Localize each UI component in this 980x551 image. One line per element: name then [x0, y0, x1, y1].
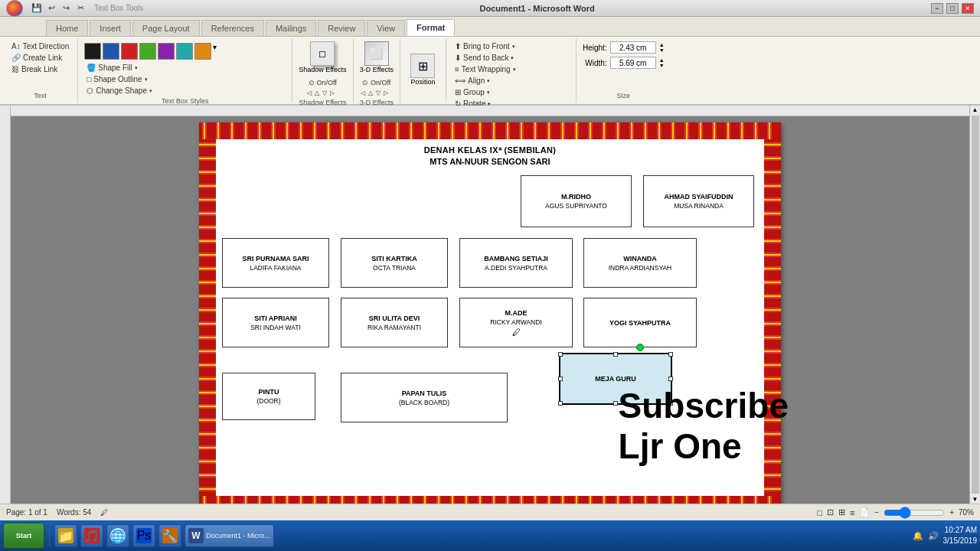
create-link-button[interactable]: 🔗 Create Link — [9, 53, 64, 63]
taskbar-chrome-button[interactable]: 🌐 — [106, 524, 129, 547]
tab-mailings[interactable]: Mailings — [266, 20, 316, 36]
view-outline-icon[interactable]: ≡ — [850, 508, 854, 517]
tab-review[interactable]: Review — [318, 20, 365, 36]
taskbar-tool-button[interactable]: 🔧 — [158, 524, 181, 547]
height-up-button[interactable]: ▲ — [659, 42, 665, 47]
desk-sri[interactable]: SRI PURNAMA SARI LADIFA FAKIANA — [222, 238, 329, 288]
handle-ml[interactable] — [558, 377, 563, 381]
handle-bc[interactable] — [613, 401, 618, 406]
zoom-out-button[interactable]: − — [874, 508, 879, 517]
handle-mr[interactable] — [668, 377, 673, 381]
desk-mridho[interactable]: M.RIDHO AGUS SUPRIYANTO — [521, 175, 632, 227]
shadow-left-button[interactable]: ◁ — [306, 89, 312, 97]
desk-winanda[interactable]: WINANDA INDRA ARDIANSYAH — [583, 238, 697, 288]
save-icon[interactable]: 💾 — [31, 2, 43, 15]
tab-references[interactable]: References — [201, 20, 264, 36]
text-wrapping-button[interactable]: ≡ Text Wrapping ▾ — [452, 64, 518, 74]
tab-page-layout[interactable]: Page Layout — [132, 20, 200, 36]
desk-pintu[interactable]: PINTU (DOOR) — [222, 373, 315, 420]
handle-br[interactable] — [668, 401, 673, 406]
taskbar-speaker-icon[interactable]: 🔊 — [928, 531, 939, 541]
taskbar-media-button[interactable]: 🎵 — [80, 524, 103, 547]
handle-tl[interactable] — [558, 352, 563, 357]
group-arrow[interactable]: ▾ — [487, 90, 490, 96]
handle-tr[interactable] — [668, 352, 673, 357]
shape-fill-dropdown-arrow[interactable]: ▾ — [135, 65, 138, 71]
color-teal-swatch[interactable] — [176, 43, 193, 60]
color-black-swatch[interactable] — [84, 43, 101, 60]
view-web-icon[interactable]: ⊞ — [838, 507, 845, 517]
desk-made[interactable]: M.ADE RICKY ARWANDI 🖊 — [459, 298, 573, 347]
color-green-swatch[interactable] — [139, 43, 156, 60]
desk-meja-guru[interactable]: MEJA GURU — [559, 353, 672, 405]
handle-bl[interactable] — [558, 401, 563, 406]
desk-bambang[interactable]: BAMBANG SETIAJI A.DEDI SYAHPUTRA — [459, 238, 573, 288]
shadow-down-button[interactable]: ▽ — [322, 89, 328, 97]
tab-home[interactable]: Home — [46, 20, 88, 36]
position-button[interactable]: ⊞ — [410, 54, 435, 78]
view-draft-icon[interactable]: 📄 — [859, 507, 870, 517]
height-down-button[interactable]: ▼ — [659, 47, 665, 53]
threed-right-button[interactable]: ▷ — [383, 89, 389, 97]
change-shape-button[interactable]: ⬡ Change Shape ▾ — [84, 86, 155, 96]
bring-to-front-arrow[interactable]: ▾ — [512, 44, 515, 50]
text-direction-button[interactable]: A↕ Text Direction — [9, 41, 71, 51]
shape-outline-dropdown-arrow[interactable]: ▾ — [145, 77, 148, 83]
color-blue-swatch[interactable] — [103, 43, 119, 60]
desk-ahmad[interactable]: AHMAD SYAIFUDDIN MUSA RINANDA — [643, 175, 754, 227]
threed-on-off-button[interactable]: ⊙ On/Off — [360, 78, 393, 87]
scroll-thumb[interactable] — [972, 116, 979, 494]
shadow-on-off-button[interactable]: ⊙ On/Off — [306, 78, 339, 87]
align-arrow[interactable]: ▾ — [487, 78, 490, 84]
cut-icon[interactable]: ✂ — [74, 2, 87, 15]
more-colors-arrow[interactable]: ▾ — [213, 43, 217, 60]
document-area[interactable]: DENAH KELAS IXᵃ (SEMBILAN) MTS AN-NUUR S… — [11, 106, 969, 504]
width-up-button[interactable]: ▲ — [659, 57, 665, 63]
shadow-up-button[interactable]: △ — [314, 89, 320, 97]
shadow-effects-button[interactable]: ◻ Shadow Effects — [299, 41, 346, 73]
shape-outline-button[interactable]: □ Shape Outline ▾ — [84, 74, 149, 84]
tab-view[interactable]: View — [367, 20, 405, 36]
threed-left-button[interactable]: ◁ — [360, 89, 366, 97]
color-purple-swatch[interactable] — [158, 43, 175, 60]
taskbar-word-button[interactable]: W Document1 - Micro... — [185, 524, 274, 547]
view-normal-icon[interactable]: □ — [817, 508, 822, 517]
break-link-button[interactable]: ⛓ Break Link — [9, 64, 60, 74]
redo-icon[interactable]: ↪ — [60, 2, 72, 15]
bring-to-front-button[interactable]: ⬆ Bring to Front ▾ — [452, 41, 518, 51]
shape-fill-button[interactable]: 🪣 Shape Fill ▾ — [84, 63, 139, 73]
threed-effects-button[interactable]: ⬜ 3-D Effects — [360, 41, 394, 73]
minimize-button[interactable]: − — [931, 3, 943, 14]
width-down-button[interactable]: ▼ — [659, 63, 665, 68]
close-button[interactable]: ✕ — [962, 3, 974, 14]
desk-papan[interactable]: PAPAN TULIS (BLACK BOARD) — [341, 373, 508, 422]
send-to-back-button[interactable]: ⬇ Send to Back ▾ — [452, 53, 518, 63]
desk-siti-apriani[interactable]: SITI APRIANI SRI INDAH WATI — [222, 298, 329, 347]
desk-sri-ulita[interactable]: SRI ULITA DEVI RIKA RAMAYANTI — [341, 298, 448, 347]
align-button[interactable]: ⟺ Align ▾ — [452, 76, 493, 86]
zoom-in-button[interactable]: + — [949, 508, 954, 517]
scroll-down-button[interactable]: ▼ — [972, 495, 979, 504]
color-orange-swatch[interactable] — [194, 43, 211, 60]
tab-insert[interactable]: Insert — [90, 20, 131, 36]
view-fullscreen-icon[interactable]: ⊡ — [827, 507, 834, 517]
scroll-up-button[interactable]: ▲ — [972, 106, 979, 114]
change-shape-dropdown-arrow[interactable]: ▾ — [149, 88, 152, 94]
width-input[interactable] — [610, 57, 656, 69]
group-button[interactable]: ⊞ Group ▾ — [452, 87, 493, 97]
color-red-swatch[interactable] — [121, 43, 138, 60]
taskbar-photoshop-button[interactable]: Ps — [132, 524, 155, 547]
vertical-scrollbar[interactable]: ▲ ▼ — [969, 106, 980, 504]
taskbar-explorer-button[interactable]: 📁 — [54, 524, 77, 547]
threed-up-button[interactable]: △ — [368, 89, 374, 97]
zoom-slider[interactable] — [884, 509, 945, 517]
resize-handle-bottom[interactable] — [636, 344, 644, 351]
taskbar-notification-area[interactable]: 🔔 — [913, 531, 923, 541]
text-wrapping-arrow[interactable]: ▾ — [513, 67, 516, 73]
desk-yogi[interactable]: YOGI SYAHPUTRA — [583, 298, 697, 347]
tab-format[interactable]: Format — [407, 19, 455, 36]
desk-siti-kartika[interactable]: SITI KARTIKA OCTA TRIANA — [341, 238, 448, 288]
maximize-button[interactable]: □ — [946, 3, 959, 14]
height-input[interactable] — [610, 41, 656, 54]
shadow-right-button[interactable]: ▷ — [329, 89, 335, 97]
